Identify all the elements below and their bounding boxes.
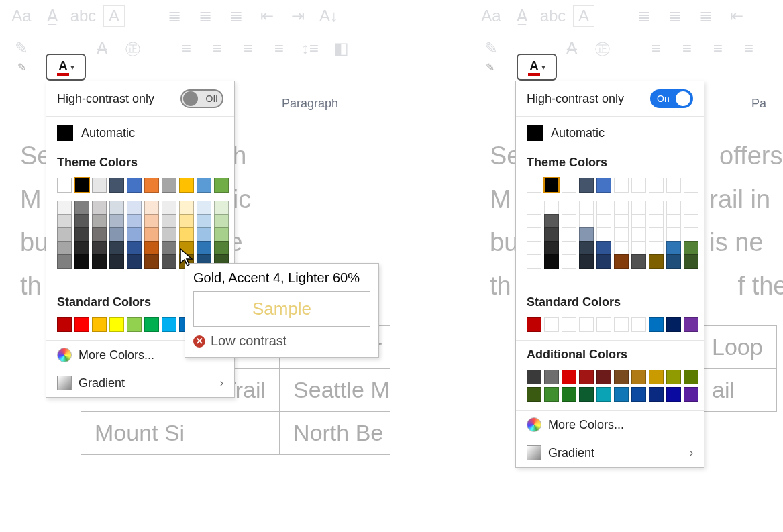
font-color-button-left[interactable]: A ▾ [46,54,86,81]
color-swatch[interactable] [214,178,229,193]
color-swatch[interactable] [179,214,194,229]
color-swatch[interactable] [127,214,142,229]
color-swatch[interactable] [162,178,176,193]
gradient-row-right[interactable]: Gradient › [516,439,704,467]
color-swatch[interactable] [179,227,194,242]
highlight-button-left[interactable]: ✎ [8,55,35,79]
color-swatch[interactable] [631,214,646,229]
color-swatch[interactable] [214,201,229,215]
color-swatch[interactable] [614,317,629,332]
color-swatch[interactable] [631,370,646,384]
color-swatch[interactable] [144,178,159,193]
color-swatch[interactable] [596,227,611,242]
color-swatch[interactable] [57,317,72,332]
color-swatch[interactable] [527,241,541,256]
color-swatch[interactable] [596,201,611,215]
color-swatch[interactable] [649,241,664,256]
color-swatch[interactable] [127,317,142,332]
color-swatch[interactable] [614,387,629,402]
color-swatch[interactable] [109,201,124,215]
color-swatch[interactable] [684,370,698,384]
color-swatch[interactable] [579,227,594,242]
color-swatch[interactable] [579,254,594,269]
color-swatch[interactable] [649,254,664,269]
color-swatch[interactable] [92,241,107,256]
color-swatch[interactable] [527,178,541,193]
color-swatch[interactable] [666,317,681,332]
color-swatch[interactable] [144,214,159,229]
color-swatch[interactable] [666,387,681,402]
color-swatch[interactable] [562,370,576,384]
color-swatch[interactable] [197,227,211,242]
color-swatch[interactable] [109,178,124,193]
color-swatch[interactable] [684,214,698,229]
color-swatch[interactable] [92,227,107,242]
color-swatch[interactable] [666,201,681,215]
color-swatch[interactable] [684,317,698,332]
color-swatch[interactable] [666,178,681,193]
color-swatch[interactable] [631,227,646,242]
color-swatch[interactable] [649,178,664,193]
color-swatch[interactable] [544,370,559,384]
color-swatch[interactable] [614,201,629,215]
highlight-button-right[interactable]: ✎ [476,55,503,79]
color-swatch[interactable] [614,241,629,256]
color-swatch[interactable] [109,214,124,229]
color-swatch[interactable] [562,254,576,269]
gradient-row[interactable]: Gradient › [46,369,234,397]
color-swatch[interactable] [57,201,72,215]
color-swatch[interactable] [162,201,176,215]
color-swatch[interactable] [562,201,576,215]
color-swatch[interactable] [544,227,559,242]
color-swatch[interactable] [527,214,541,229]
color-swatch[interactable] [74,201,89,215]
color-swatch[interactable] [92,201,107,215]
color-swatch[interactable] [544,241,559,256]
color-swatch[interactable] [92,317,107,332]
color-swatch[interactable] [109,317,124,332]
color-swatch[interactable] [179,178,194,193]
color-swatch[interactable] [74,178,89,193]
more-colors-row-right[interactable]: More Colors... [516,410,704,439]
color-swatch[interactable] [144,201,159,215]
color-swatch[interactable] [57,214,72,229]
color-swatch[interactable] [57,254,72,269]
color-swatch[interactable] [197,178,211,193]
color-swatch[interactable] [579,317,594,332]
color-swatch[interactable] [144,241,159,256]
color-swatch[interactable] [579,214,594,229]
color-swatch[interactable] [179,201,194,215]
color-swatch[interactable] [596,317,611,332]
color-swatch[interactable] [684,227,698,242]
color-swatch[interactable] [144,317,159,332]
color-swatch[interactable] [684,254,698,269]
color-swatch[interactable] [144,227,159,242]
font-color-button-right[interactable]: A ▾ [517,54,557,81]
color-swatch[interactable] [684,241,698,256]
automatic-row[interactable]: Automatic [46,116,234,149]
color-swatch[interactable] [684,387,698,402]
color-swatch[interactable] [544,387,559,402]
color-swatch[interactable] [562,317,576,332]
color-swatch[interactable] [544,201,559,215]
color-swatch[interactable] [666,241,681,256]
color-swatch[interactable] [631,387,646,402]
color-swatch[interactable] [109,241,124,256]
color-swatch[interactable] [562,387,576,402]
color-swatch[interactable] [109,254,124,269]
color-swatch[interactable] [544,178,559,193]
automatic-row-right[interactable]: Automatic [516,116,704,149]
color-swatch[interactable] [57,241,72,256]
color-swatch[interactable] [74,317,89,332]
color-swatch[interactable] [197,241,211,256]
color-swatch[interactable] [649,317,664,332]
color-swatch[interactable] [684,178,698,193]
color-swatch[interactable] [162,254,176,269]
color-swatch[interactable] [631,201,646,215]
color-swatch[interactable] [214,241,229,256]
color-swatch[interactable] [214,214,229,229]
color-swatch[interactable] [579,178,594,193]
color-swatch[interactable] [562,214,576,229]
color-swatch[interactable] [127,227,142,242]
color-swatch[interactable] [92,254,107,269]
